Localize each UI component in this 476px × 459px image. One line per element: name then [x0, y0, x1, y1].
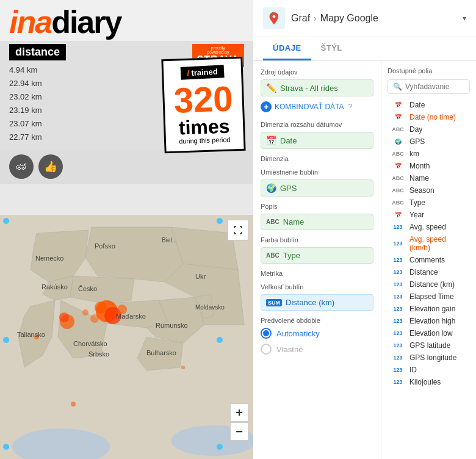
available-fields-header: Dostupné polia — [388, 67, 470, 74]
list-item[interactable]: 123Elevation gain — [388, 303, 470, 315]
pencil-icon: ✏️ — [266, 83, 276, 93]
logo-ina: ina — [9, 4, 51, 40]
fields-list: 📅Date📅Date (no time)ABCDay🌍GPSABCkm📅Mont… — [388, 99, 470, 388]
list-item[interactable]: 🌍GPS — [388, 136, 470, 148]
content-area: Zdroj údajov ✏️ Strava - All rides + KOM… — [253, 61, 476, 459]
field-type-icon: 123 — [390, 269, 406, 275]
field-type-icon: 📅 — [390, 212, 406, 218]
field-name: GPS latitude — [409, 341, 450, 350]
bubble-location-value: GPS — [280, 184, 297, 193]
breadcrumb-root: Graf — [291, 13, 310, 24]
search-input[interactable] — [405, 82, 464, 91]
list-item[interactable]: 123Distance — [388, 266, 470, 278]
list-item[interactable]: 📅Date (no time) — [388, 111, 470, 123]
field-name: Month — [409, 162, 430, 170]
list-item[interactable]: 123Avg. speed (km/h) — [388, 233, 470, 254]
field-type-icon: 123 — [390, 318, 406, 324]
svg-point-8 — [82, 309, 88, 316]
list-item[interactable]: 123Distance (km) — [388, 278, 470, 291]
svg-point-10 — [59, 313, 69, 322]
list-item[interactable]: 📅Year — [388, 209, 470, 221]
globe-chip-icon: 🌍 — [266, 183, 276, 193]
period-custom-radio[interactable] — [261, 344, 272, 355]
map-svg: Poľsko Biel... Nemecko Česko Ukr Rakúsko… — [0, 215, 253, 459]
svg-text:Moldavsko: Moldavsko — [195, 304, 225, 311]
bubble-size-chip: SUM Distance (km) — [261, 294, 373, 311]
description-value: Name — [283, 217, 305, 226]
left-panel: inadiary distance proudly powered by STR… — [0, 0, 253, 459]
svg-point-12 — [71, 402, 76, 407]
data-source-value: Strava - All rides — [280, 84, 338, 93]
data-source-label: Zdroj údajov — [261, 68, 373, 76]
breadcrumb: Graf › Mapy Google — [291, 13, 456, 24]
list-item[interactable]: 📅Date — [388, 99, 470, 111]
breadcrumb-separator: › — [314, 13, 317, 23]
search-box[interactable]: 🔍 — [388, 79, 470, 94]
field-name: Kilojoules — [409, 378, 441, 386]
breadcrumb-current: Mapy Google — [320, 13, 378, 24]
list-item[interactable]: 123Avg. speed — [388, 221, 470, 233]
tab-udaje[interactable]: ÚDAJE — [263, 37, 311, 60]
list-item[interactable]: 123ID — [388, 364, 470, 376]
zoom-in-button[interactable]: + — [230, 403, 248, 422]
zoom-out-button[interactable]: − — [230, 422, 248, 441]
list-item[interactable]: ABCSeason — [388, 184, 470, 197]
list-item[interactable]: ABCkm — [388, 148, 470, 160]
corner-dot-tl — [3, 218, 9, 224]
field-name: km — [409, 150, 419, 158]
bubble-size-label: Veľkosť bublín — [261, 283, 373, 291]
icons-row: 🏎 👍 — [0, 150, 253, 184]
list-item[interactable]: 123Elapsed Time — [388, 291, 470, 303]
bubble-color-value: Type — [283, 251, 300, 260]
period-custom-option[interactable]: Vlastné — [261, 344, 373, 355]
svg-point-13 — [181, 366, 185, 369]
field-type-icon: ABC — [390, 126, 406, 132]
corner-dot-br — [217, 444, 223, 450]
right-panel: Graf › Mapy Google ▾ ÚDAJE ŠTÝL Zdroj úd… — [253, 0, 476, 459]
description-chip: ABC Name — [261, 214, 373, 230]
fullscreen-button[interactable] — [228, 220, 248, 240]
field-type-icon: ABC — [390, 200, 406, 206]
sum-icon: SUM — [266, 299, 282, 306]
field-name: GPS — [409, 137, 425, 146]
trained-text: trained — [191, 67, 218, 78]
field-name: Year — [409, 211, 424, 219]
calendar-icon: 📅 — [266, 136, 276, 145]
field-type-icon: 📅 — [390, 102, 406, 108]
field-name: Elevation low — [409, 329, 453, 338]
svg-text:Ukr: Ukr — [195, 273, 206, 280]
tab-styl[interactable]: ŠTÝL — [311, 37, 352, 60]
svg-text:Biel...: Biel... — [162, 237, 177, 244]
list-item[interactable]: ABCName — [388, 172, 470, 184]
list-item[interactable]: ABCType — [388, 197, 470, 209]
period-auto-radio[interactable] — [261, 328, 272, 339]
period-auto-option[interactable]: Automaticky — [261, 328, 373, 339]
field-type-icon: 123 — [390, 342, 406, 349]
during-text: during this period — [175, 136, 234, 145]
fullscreen-icon — [233, 225, 243, 235]
list-item[interactable]: 123Comments — [388, 254, 470, 266]
combine-data-button[interactable]: + KOMBINOVAŤ DÁTA ? — [261, 99, 373, 115]
field-type-icon: ABC — [390, 187, 406, 193]
list-item[interactable]: 123Elevation high — [388, 315, 470, 327]
field-name: Date (no time) — [409, 113, 456, 121]
fields-panel: Dostupné polia 🔍 📅Date📅Date (no time)ABC… — [381, 61, 476, 459]
list-item[interactable]: ABCDay — [388, 123, 470, 136]
field-name: ID — [409, 366, 417, 374]
field-type-icon: 123 — [390, 294, 406, 300]
list-item[interactable]: 📅Month — [388, 160, 470, 172]
corner-dot-mr — [217, 337, 223, 343]
field-type-icon: 🌍 — [390, 139, 406, 145]
field-name: Avg. speed — [409, 223, 446, 231]
list-item[interactable]: 123Kilojoules — [388, 376, 470, 388]
list-item[interactable]: 123GPS longitude — [388, 352, 470, 364]
field-type-icon: 123 — [390, 355, 406, 361]
header-dropdown-arrow[interactable]: ▾ — [463, 14, 466, 23]
list-item[interactable]: 123Elevation low — [388, 327, 470, 339]
svg-text:Taliansko: Taliansko — [17, 331, 45, 338]
logo-diary: diary — [51, 4, 121, 40]
list-item[interactable]: 123GPS latitude — [388, 339, 470, 352]
help-icon: ? — [348, 103, 353, 111]
field-name: Name — [409, 174, 429, 183]
search-icon: 🔍 — [393, 82, 402, 91]
